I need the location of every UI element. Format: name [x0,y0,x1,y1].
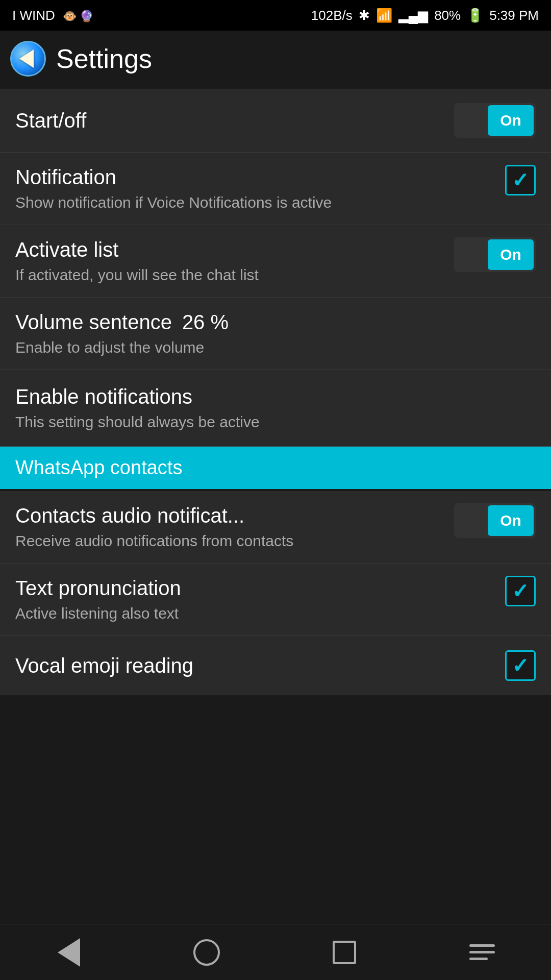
carrier-info: I WIND 🐵 🔮 [12,8,93,23]
nav-recent-button[interactable] [324,932,365,973]
enable-notifications-subtitle: This setting should always be active [15,412,525,432]
start-off-toggle[interactable]: On [454,103,536,138]
navigation-bar [0,924,551,980]
setting-contacts-audio[interactable]: Contacts audio notificat... Receive audi… [0,491,551,564]
whatsapp-section-header: WhatsApp contacts [0,447,551,489]
volume-sentence-title: Volume sentence [15,310,172,334]
contacts-audio-title: Contacts audio notificat... [15,503,444,528]
battery-text: 80% [434,8,461,23]
text-pronunciation-title: Text pronunciation [15,576,495,600]
setting-volume-sentence[interactable]: Volume sentence 26 % Enable to adjust th… [0,298,551,370]
toggle-on-label: On [488,105,534,136]
page-title: Settings [56,43,152,74]
nav-menu-icon [469,944,495,960]
back-arrow-icon [19,50,34,68]
nav-menu-button[interactable] [462,932,503,973]
contacts-audio-subtitle: Receive audio notifications from contact… [15,531,444,551]
vocal-emoji-checkbox[interactable] [505,650,536,681]
setting-activate-list[interactable]: Activate list If activated, you will see… [0,225,551,298]
setting-vocal-emoji[interactable]: Vocal emoji reading [0,636,551,695]
settings-content: Start/off On Notification Show notificat… [0,89,551,756]
setting-start-off-title: Start/off [15,108,444,133]
text-pronunciation-checkbox[interactable] [505,576,536,606]
battery-icon: 🔋 [467,8,483,23]
nav-home-button[interactable] [186,932,227,973]
settings-list: Start/off On Notification Show notificat… [0,89,551,447]
whatsapp-settings-list: Contacts audio notificat... Receive audi… [0,491,551,695]
back-button[interactable] [10,41,46,77]
volume-percent: 26 % [182,310,229,334]
vocal-emoji-title: Vocal emoji reading [15,653,495,678]
bluetooth-icon: ✱ [359,8,370,23]
text-pronunciation-subtitle: Active listening also text [15,603,495,623]
status-bar: I WIND 🐵 🔮 102B/s ✱ 📶 ▂▄▆ 80% 🔋 5:39 PM [0,0,551,31]
nav-back-icon [58,938,80,967]
setting-notification[interactable]: Notification Show notification if Voice … [0,153,551,225]
notification-title: Notification [15,165,495,189]
contacts-audio-toggle-label: On [488,505,534,536]
status-icons: 102B/s ✱ 📶 ▂▄▆ 80% 🔋 5:39 PM [311,8,539,23]
activate-list-toggle[interactable]: On [454,237,536,272]
contacts-audio-toggle[interactable]: On [454,503,536,538]
signal-icon: ▂▄▆ [398,8,428,23]
notification-subtitle: Show notification if Voice Notifications… [15,192,495,212]
nav-back-button[interactable] [48,932,89,973]
activate-list-subtitle: If activated, you will see the chat list [15,265,444,285]
notification-checkbox[interactable] [505,165,536,195]
volume-subtitle: Enable to adjust the volume [15,337,525,357]
wifi-icon: 📶 [376,8,392,23]
setting-text-pronunciation[interactable]: Text pronunciation Active listening also… [0,564,551,636]
enable-notifications-title: Enable notifications [15,384,525,409]
setting-start-off[interactable]: Start/off On [0,89,551,153]
time-display: 5:39 PM [489,8,539,23]
activate-list-title: Activate list [15,237,444,262]
settings-header: Settings [0,31,551,87]
nav-home-icon [193,939,220,966]
activate-list-toggle-label: On [488,239,534,270]
setting-enable-notifications: Enable notifications This setting should… [0,370,551,447]
speed-indicator: 102B/s [311,8,353,23]
nav-recent-icon [333,941,356,964]
